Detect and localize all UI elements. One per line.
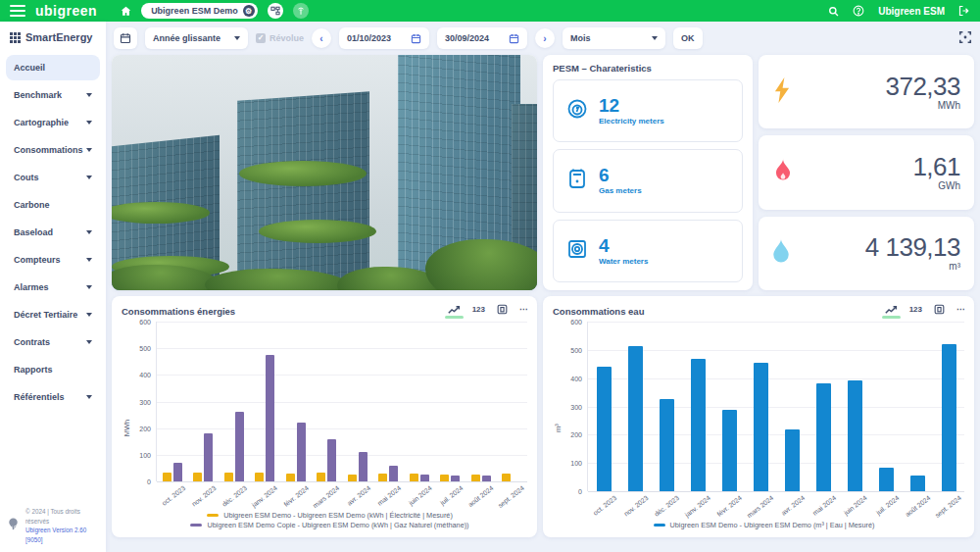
bar-group-d-c-2023 <box>651 322 682 491</box>
chevron-down-icon <box>86 121 92 125</box>
chevron-down-icon <box>86 395 92 399</box>
period-select[interactable]: Année glissante <box>145 27 248 49</box>
bar[interactable] <box>660 399 674 491</box>
kpi-value: 1,61 <box>912 154 960 179</box>
sidebar-item-d-cret-tertiaire[interactable]: Décret Tertiaire <box>6 302 100 327</box>
sidebar-item-accueil[interactable]: Accueil <box>6 55 100 80</box>
bar-group-juil-2024 <box>435 322 466 481</box>
hamburger-menu-icon[interactable] <box>10 5 25 17</box>
bar[interactable] <box>378 474 387 481</box>
bar[interactable] <box>502 474 511 481</box>
sidebar-item-r-f-rentiels[interactable]: Référentiels <box>6 384 100 410</box>
bar-group-f-vr-2024 <box>713 322 745 491</box>
pesm-label: Electricity meters <box>599 117 664 125</box>
pesm-panel: PESM – Charateristics 12Electricity mete… <box>543 55 753 290</box>
bar[interactable] <box>816 383 831 491</box>
sidebar-item-carbone[interactable]: Carbone <box>6 192 100 218</box>
bar[interactable] <box>910 476 925 491</box>
bar[interactable] <box>224 473 233 481</box>
bar[interactable] <box>193 473 202 481</box>
line-chart-view-icon[interactable] <box>448 305 461 318</box>
signal-icon[interactable] <box>293 3 309 19</box>
fullscreen-focus-icon[interactable] <box>958 30 972 47</box>
y-tick-label: 200 <box>570 431 582 438</box>
date-from-field[interactable]: 01/10/2023 <box>339 27 429 49</box>
numbers-view-icon[interactable]: 123 <box>909 305 922 317</box>
x-tick-label: août 2024 <box>904 494 931 518</box>
logout-icon[interactable] <box>958 5 970 17</box>
ok-button[interactable]: OK <box>673 27 703 49</box>
kpi-value: 4 139,13 <box>865 234 960 260</box>
bar[interactable] <box>691 359 706 491</box>
calendar-button[interactable] <box>114 27 137 49</box>
bar[interactable] <box>628 346 643 491</box>
sidebar-item-consommations[interactable]: Consommations <box>6 137 100 163</box>
bar[interactable] <box>848 380 862 491</box>
bar[interactable] <box>297 423 306 481</box>
site-selector-pill[interactable]: Ubigreen ESM Demo ⚙ <box>141 3 258 19</box>
next-period-button[interactable]: › <box>535 28 555 48</box>
date-to-field[interactable]: 30/09/2024 <box>437 27 527 49</box>
sidebar-item-rapports[interactable]: Rapports <box>6 357 100 382</box>
x-tick-label: févr. 2024 <box>715 494 743 518</box>
x-tick-label: janv. 2024 <box>251 484 279 509</box>
sidebar-item-benchmark[interactable]: Benchmark <box>6 82 100 108</box>
bar[interactable] <box>785 429 800 491</box>
brand-logo: ubigreen <box>35 3 97 19</box>
site-settings-badge-icon[interactable]: ⚙ <box>243 5 255 17</box>
home-icon[interactable] <box>121 6 131 17</box>
bar[interactable] <box>255 473 264 481</box>
pesm-item-water-meters: 4Water meters <box>553 220 743 282</box>
bar[interactable] <box>266 355 274 481</box>
help-icon[interactable] <box>853 5 864 17</box>
sidebar-item-baseload[interactable]: Baseload <box>6 220 100 245</box>
x-tick-label: déc. 2023 <box>220 484 248 508</box>
x-tick-label: nov. 2023 <box>622 494 649 518</box>
bar[interactable] <box>420 475 429 481</box>
bar[interactable] <box>317 473 325 481</box>
search-icon[interactable] <box>828 6 839 17</box>
bar-group-f-vr-2024 <box>280 322 312 481</box>
line-chart-view-icon[interactable] <box>885 305 898 318</box>
more-options-icon[interactable]: ⋯ <box>519 305 527 317</box>
user-label[interactable]: Ubigreen ESM <box>878 6 945 17</box>
x-tick-label: oct. 2023 <box>160 484 185 507</box>
revolue-checkbox[interactable]: ✓ Révolue <box>256 33 304 43</box>
numbers-view-icon[interactable]: 123 <box>472 305 485 317</box>
table-view-icon[interactable] <box>497 304 508 318</box>
bar[interactable] <box>389 466 398 481</box>
sidebar-item-compteurs[interactable]: Compteurs <box>6 247 100 273</box>
sidebar-item-alarmes[interactable]: Alarmes <box>6 275 100 300</box>
bar[interactable] <box>204 433 213 481</box>
bar[interactable] <box>327 439 336 481</box>
bar[interactable] <box>235 412 244 481</box>
bar[interactable] <box>410 474 418 481</box>
prev-period-button[interactable]: ‹ <box>312 28 331 48</box>
bar-group-janv-2024 <box>682 322 713 491</box>
chevron-down-icon <box>652 36 658 40</box>
bar[interactable] <box>286 474 295 481</box>
bar[interactable] <box>754 363 768 491</box>
bar[interactable] <box>879 468 894 491</box>
bar[interactable] <box>163 473 172 482</box>
sidebar-item-couts[interactable]: Couts <box>6 165 100 190</box>
bar[interactable] <box>722 410 737 491</box>
sidebar-item-contrats[interactable]: Contrats <box>6 329 100 355</box>
bar[interactable] <box>942 344 956 492</box>
x-tick-label: avr. 2024 <box>345 484 370 507</box>
bar-group-avr-2024 <box>342 322 373 481</box>
hierarchy-icon[interactable] <box>268 3 283 19</box>
checkbox-checked-icon: ✓ <box>256 33 266 43</box>
bar[interactable] <box>359 452 368 481</box>
bar[interactable] <box>348 475 357 481</box>
table-view-icon[interactable] <box>934 304 945 318</box>
sidebar-item-label: Décret Tertiaire <box>14 310 77 320</box>
y-tick-label: 0 <box>147 478 151 485</box>
x-tick-label: juin 2024 <box>843 494 868 517</box>
sidebar-item-cartographie[interactable]: Cartographie <box>6 110 100 135</box>
legend-item: Ubigreen ESM Demo - Ubigreen ESM Demo (k… <box>207 511 453 520</box>
more-options-icon[interactable]: ⋯ <box>956 305 964 317</box>
granularity-select[interactable]: Mois <box>563 27 665 49</box>
bar[interactable] <box>173 463 182 481</box>
bar[interactable] <box>597 367 612 491</box>
